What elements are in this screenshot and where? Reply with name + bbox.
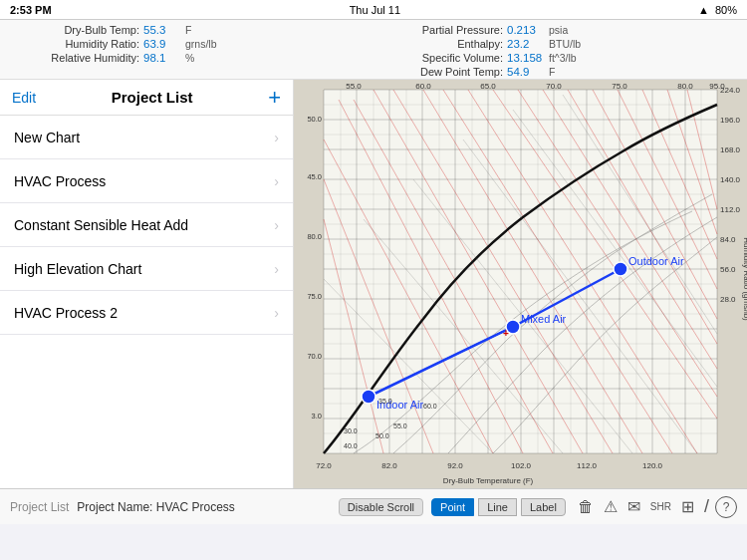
svg-text:45.0: 45.0 [307, 172, 322, 181]
label-button[interactable]: Label [521, 498, 566, 516]
help-icon-button[interactable]: ? [715, 496, 737, 518]
bottom-project-name: Project Name: HVAC Process [77, 500, 330, 514]
svg-text:65.0: 65.0 [480, 82, 496, 91]
toolbar-icons: 🗑 ⚠ ✉ SHR ⊞ / ? [574, 494, 737, 519]
outdoor-air-point [614, 262, 627, 276]
svg-text:50.0: 50.0 [307, 115, 322, 124]
relhumidity-value: 98.1 [143, 52, 181, 64]
specificvolume-unit: ft^3/lb [549, 52, 577, 64]
enthalpy-row: Enthalpy: 23.2 BTU/lb [374, 38, 737, 50]
edit-button[interactable]: Edit [12, 90, 36, 106]
list-item-label: New Chart [14, 130, 274, 145]
svg-text:28.0: 28.0 [720, 295, 736, 304]
bottom-project-list-label: Project List [10, 500, 69, 514]
dewpoint-row: Dew Point Temp: 54.9 F [374, 66, 737, 78]
list-item-new-chart[interactable]: New Chart › [0, 116, 293, 159]
svg-text:50.0: 50.0 [375, 432, 389, 439]
metrics-right: Partial Pressure: 0.213 psia Enthalpy: 2… [374, 24, 737, 78]
humidityratio-label: Humidity Ratio: [10, 38, 139, 50]
specificvolume-value: 13.158 [507, 52, 545, 64]
chevron-right-icon: › [274, 305, 279, 321]
partialpressure-unit: psia [549, 24, 568, 36]
drybulb-row: Dry-Bulb Temp: 55.3 F [10, 24, 374, 36]
list-item-hvac-process-2[interactable]: HVAC Process 2 › [0, 291, 293, 335]
line-button[interactable]: Line [478, 498, 517, 516]
svg-text:56.0: 56.0 [720, 265, 736, 274]
status-bar: 2:53 PM Thu Jul 11 ▲ 80% [0, 0, 747, 20]
segment-buttons: PointLineLabel [431, 498, 566, 516]
svg-text:Outdoor Air: Outdoor Air [628, 255, 684, 267]
drybulb-unit: F [185, 24, 191, 36]
list-item-label: High Elevation Chart [14, 261, 274, 277]
svg-text:84.0: 84.0 [720, 235, 736, 244]
wifi-icon: ▲ [698, 4, 709, 16]
dewpoint-unit: F [549, 66, 555, 78]
svg-text:92.0: 92.0 [447, 461, 463, 470]
partialpressure-row: Partial Pressure: 0.213 psia [374, 24, 737, 36]
svg-text:Dry-Bulb Temperature (F): Dry-Bulb Temperature (F) [443, 476, 534, 485]
list-item-hvac-process[interactable]: HVAC Process › [0, 159, 293, 203]
share-icon-button[interactable]: SHR [646, 499, 675, 514]
chart-area[interactable]: 224.0 196.0 168.0 140.0 112.0 84.0 56.0 … [294, 80, 747, 488]
list-item-label: HVAC Process [14, 173, 274, 189]
svg-text:112.0: 112.0 [577, 461, 598, 470]
battery-indicator: 80% [715, 4, 737, 16]
svg-text:55.0: 55.0 [393, 422, 407, 429]
humidityratio-unit: grns/lb [185, 38, 217, 50]
specificvolume-row: Specific Volume: 13.158 ft^3/lb [374, 52, 737, 64]
chevron-right-icon: › [274, 173, 279, 189]
list-item-constant-sensible[interactable]: Constant Sensible Heat Add › [0, 203, 293, 247]
mail-icon-button[interactable]: ✉ [623, 495, 644, 518]
list-item-high-elevation[interactable]: High Elevation Chart › [0, 247, 293, 291]
list-title: Project List [36, 89, 268, 106]
left-panel: Edit Project List + New Chart › HVAC Pro… [0, 80, 294, 488]
svg-text:55.0: 55.0 [346, 82, 362, 91]
svg-text:80.0: 80.0 [677, 82, 693, 91]
point-button[interactable]: Point [431, 498, 474, 516]
indoor-air-point [362, 390, 375, 404]
chevron-right-icon: › [274, 261, 279, 277]
grid-icon-button[interactable]: ⊞ [677, 495, 698, 518]
humidityratio-value: 63.9 [143, 38, 181, 50]
svg-text:75.0: 75.0 [307, 292, 322, 301]
disable-scroll-button[interactable]: Disable Scroll [339, 498, 423, 516]
dewpoint-value: 54.9 [507, 66, 545, 78]
chevron-right-icon: › [274, 217, 279, 233]
enthalpy-value: 23.2 [507, 38, 545, 50]
header-metrics: Dry-Bulb Temp: 55.3 F Humidity Ratio: 63… [0, 20, 747, 80]
partialpressure-label: Partial Pressure: [374, 24, 503, 36]
main-area: Edit Project List + New Chart › HVAC Pro… [0, 80, 747, 488]
drybulb-value: 55.3 [143, 24, 181, 36]
relhumidity-label: Relative Humidity: [10, 52, 139, 64]
svg-text:140.0: 140.0 [720, 175, 741, 184]
svg-text:60.0: 60.0 [415, 82, 431, 91]
status-day: Thu Jul 11 [350, 4, 400, 16]
svg-text:102.0: 102.0 [511, 461, 532, 470]
psych-chart-svg: 224.0 196.0 168.0 140.0 112.0 84.0 56.0 … [294, 80, 747, 488]
svg-text:112.0: 112.0 [720, 205, 741, 214]
list-item-label: HVAC Process 2 [14, 305, 274, 321]
add-button[interactable]: + [268, 87, 281, 109]
svg-text:Mixed Air: Mixed Air [521, 313, 567, 325]
svg-text:168.0: 168.0 [720, 145, 741, 154]
disable-scroll-group: Disable Scroll [339, 498, 423, 516]
svg-text:75.0: 75.0 [612, 82, 627, 91]
svg-text:3.0: 3.0 [312, 412, 322, 420]
svg-text:80.0: 80.0 [307, 232, 322, 241]
humidityratio-row: Humidity Ratio: 63.9 grns/lb [10, 38, 374, 50]
svg-text:70.0: 70.0 [546, 82, 562, 91]
line-tool-icon-button[interactable]: / [700, 494, 713, 519]
svg-text:30.0: 30.0 [344, 427, 358, 434]
relhumidity-unit: % [185, 52, 194, 64]
svg-text:196.0: 196.0 [720, 116, 741, 125]
chevron-right-icon: › [274, 130, 279, 145]
svg-text:82.0: 82.0 [381, 461, 397, 470]
svg-text:120.0: 120.0 [642, 461, 663, 470]
trash-icon-button[interactable]: 🗑 [574, 496, 598, 518]
svg-text:40.0: 40.0 [344, 442, 358, 449]
partialpressure-value: 0.213 [507, 24, 545, 36]
status-right: ▲ 80% [698, 4, 737, 16]
warning-icon-button[interactable]: ⚠ [600, 495, 622, 518]
metrics-left: Dry-Bulb Temp: 55.3 F Humidity Ratio: 63… [10, 24, 374, 78]
svg-text:72.0: 72.0 [316, 461, 332, 470]
